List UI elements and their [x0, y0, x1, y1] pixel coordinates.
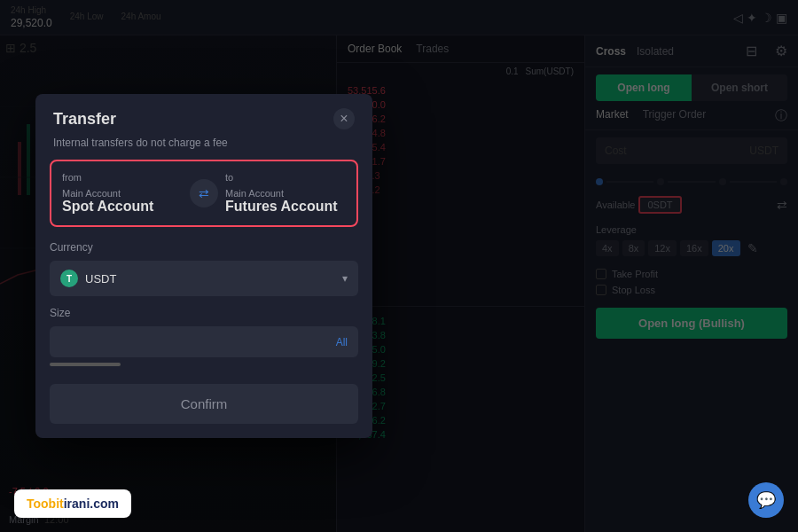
- currency-left: T USDT: [60, 270, 116, 287]
- currency-label: Currency: [50, 241, 358, 254]
- confirm-button[interactable]: Confirm: [50, 384, 358, 424]
- modal-subtitle: Internal transfers do not charge a fee: [35, 137, 372, 160]
- from-account-type: Main Account: [62, 188, 183, 199]
- size-label: Size: [50, 307, 358, 319]
- currency-section: Currency T USDT ▾: [35, 241, 372, 307]
- logo-badge: Toobitirani.com: [14, 489, 131, 518]
- modal-close-button[interactable]: ×: [333, 108, 355, 129]
- chat-icon: 💬: [756, 490, 776, 510]
- modal-header: Transfer ×: [35, 94, 372, 137]
- from-to-container: from Main Account Spot Account ⇄ to Main…: [50, 160, 358, 227]
- to-account-box: to Main Account Futures Account: [225, 172, 346, 215]
- to-label: to: [225, 172, 346, 183]
- transfer-modal: Transfer × Internal transfers do not cha…: [35, 94, 372, 438]
- currency-name: USDT: [85, 272, 116, 286]
- logo-irani: irani.com: [64, 497, 119, 511]
- size-input-box: All: [50, 326, 358, 357]
- chat-button[interactable]: 💬: [748, 482, 784, 518]
- all-button[interactable]: All: [336, 336, 348, 348]
- to-account-name: Futures Account: [225, 199, 346, 215]
- confirm-section: Confirm: [35, 377, 372, 438]
- logo-toobit: Toobit: [27, 497, 64, 511]
- modal-overlay: Transfer × Internal transfers do not cha…: [0, 0, 798, 532]
- size-section: Size All: [35, 307, 372, 377]
- size-input[interactable]: [60, 335, 238, 348]
- from-account-box: from Main Account Spot Account: [62, 172, 183, 215]
- chevron-down-icon: ▾: [342, 272, 348, 285]
- currency-select[interactable]: T USDT ▾: [50, 261, 358, 296]
- swap-accounts-button[interactable]: ⇄: [190, 179, 218, 207]
- logo-text: Toobitirani.com: [27, 497, 119, 511]
- from-label: from: [62, 172, 183, 183]
- usdt-icon: T: [60, 270, 78, 287]
- modal-title: Transfer: [53, 110, 116, 129]
- from-account-name: Spot Account: [62, 199, 183, 215]
- size-scrollbar: [50, 363, 121, 366]
- to-account-type: Main Account: [225, 188, 346, 199]
